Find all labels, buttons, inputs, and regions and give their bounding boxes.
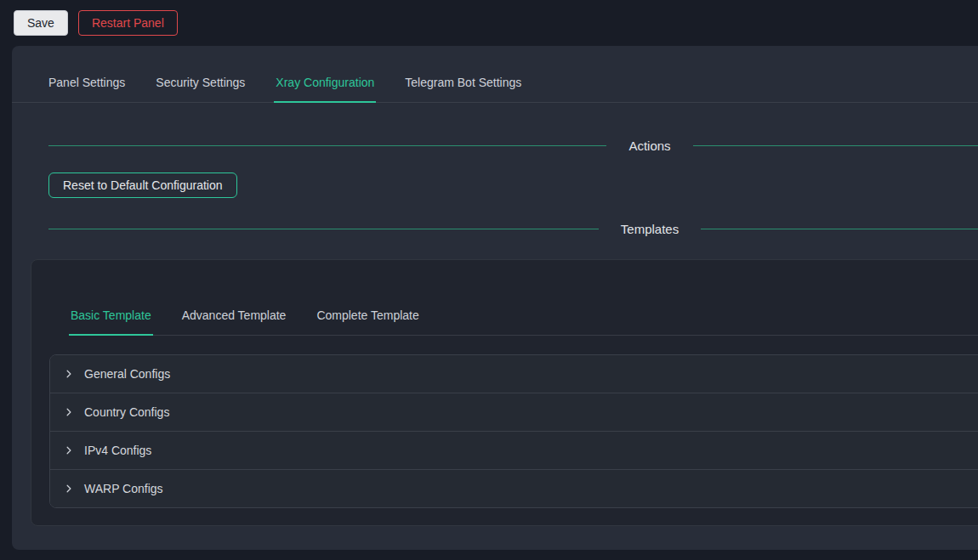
templates-card: Basic Template Advanced Template Complet…	[31, 259, 978, 526]
tab-advanced-template[interactable]: Advanced Template	[180, 297, 288, 336]
templates-divider: Templates	[48, 222, 978, 236]
divider-line	[48, 229, 599, 229]
tab-complete-template[interactable]: Complete Template	[315, 297, 420, 336]
collapse-item-label: IPv4 Configs	[84, 444, 151, 457]
save-button[interactable]: Save	[14, 10, 68, 36]
collapse-item-general-configs[interactable]: General Configs	[50, 355, 978, 393]
tab-telegram-bot-settings[interactable]: Telegram Bot Settings	[403, 65, 523, 103]
collapse-item-label: WARP Configs	[84, 482, 163, 495]
tab-security-settings[interactable]: Security Settings	[154, 65, 247, 103]
templates-divider-label: Templates	[621, 222, 679, 236]
reset-default-config-button[interactable]: Reset to Default Configuration	[48, 173, 237, 198]
chevron-right-icon	[64, 369, 74, 379]
tab-panel-settings[interactable]: Panel Settings	[47, 65, 127, 103]
topbar: Save Restart Panel	[0, 0, 978, 46]
settings-tabs: Panel Settings Security Settings Xray Co…	[12, 65, 978, 103]
collapse-item-label: General Configs	[84, 367, 170, 381]
divider-line	[701, 229, 978, 229]
template-tabs: Basic Template Advanced Template Complet…	[69, 297, 978, 336]
actions-divider: Actions	[48, 139, 978, 153]
collapse-item-warp-configs[interactable]: WARP Configs	[50, 469, 978, 507]
template-collapse: General Configs Country Configs IPv4 Con…	[49, 354, 978, 508]
chevron-right-icon	[64, 445, 74, 455]
chevron-right-icon	[64, 407, 74, 417]
divider-line	[48, 145, 606, 146]
collapse-item-country-configs[interactable]: Country Configs	[50, 393, 978, 431]
restart-panel-button[interactable]: Restart Panel	[78, 10, 178, 36]
chevron-right-icon	[64, 484, 74, 494]
collapse-item-ipv4-configs[interactable]: IPv4 Configs	[50, 431, 978, 469]
settings-card: Panel Settings Security Settings Xray Co…	[12, 46, 978, 550]
divider-line	[693, 145, 978, 146]
tab-basic-template[interactable]: Basic Template	[69, 297, 153, 336]
collapse-item-label: Country Configs	[84, 405, 169, 419]
actions-divider-label: Actions	[628, 139, 670, 153]
tab-xray-configuration[interactable]: Xray Configuration	[274, 65, 376, 103]
